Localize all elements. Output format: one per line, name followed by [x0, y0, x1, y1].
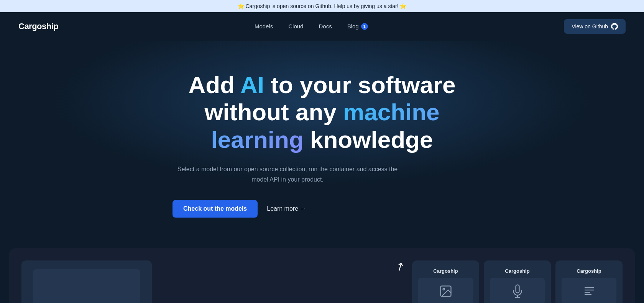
preview-card	[21, 260, 152, 303]
announcement-bar: ⭐ Cargoship is open source on Github. He…	[0, 0, 644, 12]
model-card-brand-1: Cargoship	[505, 268, 529, 274]
cards-section: ↗ Cargoship Image Recognition Cargoship	[9, 248, 635, 303]
nav-links: Models Cloud Docs Blog 1	[255, 23, 368, 30]
github-icon	[611, 23, 618, 30]
nav-item-cloud[interactable]: Cloud	[288, 23, 303, 29]
navbar: Cargoship Models Cloud Docs Blog 1 View …	[0, 12, 644, 41]
model-card-icon-0	[418, 278, 473, 303]
model-cards-container: Cargoship Image Recognition Cargoship	[412, 260, 623, 303]
cta-primary-button[interactable]: Check out the models	[172, 200, 258, 218]
hero-section: Add AI to your software without any mach…	[0, 41, 644, 241]
arrow-icon: ↗	[393, 259, 407, 275]
hero-heading: Add AI to your software without any mach…	[172, 71, 472, 153]
hero-description: Select a model from our open source coll…	[172, 164, 402, 185]
hero-content: Add AI to your software without any mach…	[172, 71, 472, 218]
model-card-icon-2	[562, 278, 616, 303]
hero-heading-part1: Add	[189, 72, 240, 98]
model-card-image-recognition[interactable]: Cargoship Image Recognition	[412, 260, 479, 303]
image-icon	[439, 284, 453, 298]
nav-item-docs[interactable]: Docs	[319, 23, 332, 29]
hero-heading-ai: AI	[240, 72, 264, 98]
model-card-icon-1	[490, 278, 545, 303]
hero-buttons: Check out the models Learn more →	[172, 200, 472, 218]
github-button-label: View on Github	[572, 23, 608, 29]
announcement-text: ⭐ Cargoship is open source on Github. He…	[238, 3, 407, 9]
model-card-text-summarization[interactable]: Cargoship Text Summarization	[555, 260, 623, 303]
text-icon	[582, 284, 596, 298]
nav-item-blog[interactable]: Blog 1	[347, 23, 368, 29]
logo[interactable]: Cargoship	[18, 21, 58, 31]
arrow-area: ↗	[159, 260, 404, 281]
preview-card-inner	[33, 269, 140, 303]
model-card-speech-recognition[interactable]: Cargoship Speech Recognition	[484, 260, 551, 303]
nav-item-models[interactable]: Models	[255, 23, 273, 29]
model-card-brand-2: Cargoship	[577, 268, 601, 274]
svg-point-1	[443, 288, 445, 290]
github-button[interactable]: View on Github	[564, 19, 626, 34]
cta-secondary-button[interactable]: Learn more →	[267, 205, 306, 212]
blog-badge-count: 1	[361, 23, 368, 30]
model-card-brand-0: Cargoship	[433, 268, 458, 274]
hero-heading-part3: knowledge	[304, 126, 433, 153]
mic-icon	[511, 284, 524, 298]
